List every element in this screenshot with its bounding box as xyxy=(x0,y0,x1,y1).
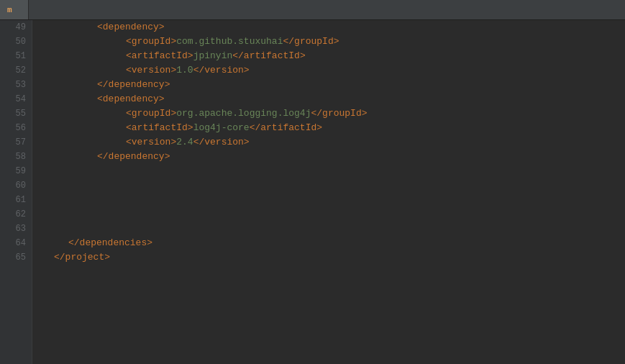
xml-bracket: > xyxy=(334,36,339,47)
code-line: </dependencies> xyxy=(40,236,625,250)
xml-bracket: > xyxy=(188,50,193,61)
line-number: 57 xyxy=(0,135,26,150)
line-gutter: 4950515253▾54▾55565758▾596061626364▾65 xyxy=(0,20,32,364)
xml-bracket: < xyxy=(97,22,103,32)
xml-value: org.apache.logging.log4j xyxy=(176,108,311,119)
xml-bracket: </ xyxy=(68,237,80,248)
xml-tag: artifactId xyxy=(132,122,188,133)
code-line xyxy=(40,164,625,178)
xml-bracket: < xyxy=(126,65,132,76)
xml-tag: artifactId xyxy=(260,122,316,133)
xml-tag: project xyxy=(65,252,105,263)
xml-bracket: > xyxy=(188,122,193,133)
code-line: <version>2.4</version> xyxy=(40,135,625,150)
xml-value: com.github.stuxuhai xyxy=(176,36,283,47)
xml-bracket: </ xyxy=(54,252,65,263)
xml-value: 1.0 xyxy=(176,65,193,76)
line-number: 52 xyxy=(0,63,26,78)
line-number: 63 xyxy=(0,222,26,236)
code-line: <artifactId>log4j-core</artifactId> xyxy=(40,121,625,135)
xml-tag: dependency xyxy=(109,79,165,90)
xml-bracket: > xyxy=(147,237,152,248)
line-number: 55 xyxy=(0,106,26,121)
xml-tag: groupId xyxy=(322,108,362,119)
line-number: 51 xyxy=(0,49,26,63)
xml-tag: groupId xyxy=(294,36,334,47)
xml-bracket: </ xyxy=(97,79,109,90)
code-area[interactable]: <dependency><groupId>com.github.stuxuhai… xyxy=(32,20,625,364)
xml-bracket: < xyxy=(97,94,103,104)
line-number: 60 xyxy=(0,178,26,193)
code-line: <dependency> xyxy=(40,92,625,106)
line-number: 53▾ xyxy=(0,78,26,92)
code-line: <groupId>org.apache.logging.log4j</group… xyxy=(40,106,625,121)
xml-bracket: < xyxy=(126,137,132,147)
xml-bracket: > xyxy=(159,94,165,104)
xml-tag: version xyxy=(204,137,244,147)
code-line xyxy=(40,178,625,193)
xml-bracket: > xyxy=(316,122,322,133)
xml-tag: dependency xyxy=(103,94,159,104)
code-line: </dependency> xyxy=(40,78,625,92)
xml-value: jpinyin xyxy=(193,50,233,61)
line-number: 59 xyxy=(0,164,26,178)
line-number: 65 xyxy=(0,250,26,265)
editor-container: 4950515253▾54▾55565758▾596061626364▾65 <… xyxy=(0,20,625,364)
xml-bracket: </ xyxy=(232,50,244,61)
xml-bracket: </ xyxy=(193,65,205,76)
xml-bracket: > xyxy=(300,50,306,61)
code-line: <dependency> xyxy=(40,20,625,35)
xml-bracket: </ xyxy=(283,36,294,47)
xml-tag: version xyxy=(132,65,171,76)
code-line xyxy=(40,193,625,207)
code-line: <groupId>com.github.stuxuhai</groupId> xyxy=(40,35,625,49)
xml-bracket: > xyxy=(244,137,250,147)
xml-tag: groupId xyxy=(132,108,171,119)
line-number: 56 xyxy=(0,121,26,135)
tab-icon: m xyxy=(7,6,12,14)
xml-bracket: </ xyxy=(97,151,109,162)
tab-algorithms[interactable]: m xyxy=(0,0,29,19)
xml-bracket: </ xyxy=(193,137,205,147)
xml-bracket: </ xyxy=(250,122,261,133)
xml-value: log4j-core xyxy=(193,122,250,133)
xml-bracket: < xyxy=(126,108,132,119)
code-line: </dependency> xyxy=(40,150,625,164)
xml-tag: dependencies xyxy=(80,237,147,248)
line-number: 50 xyxy=(0,35,26,49)
xml-bracket: > xyxy=(159,22,165,32)
xml-bracket: < xyxy=(126,122,132,133)
xml-bracket: </ xyxy=(311,108,322,119)
xml-tag: artifactId xyxy=(244,50,300,61)
code-line xyxy=(40,207,625,222)
line-number: 58▾ xyxy=(0,150,26,164)
line-number: 49 xyxy=(0,20,26,35)
xml-bracket: < xyxy=(126,36,132,47)
xml-bracket: < xyxy=(126,50,132,61)
xml-tag: version xyxy=(204,65,244,76)
tab-bar: m xyxy=(0,0,625,20)
xml-bracket: > xyxy=(362,108,368,119)
xml-tag: groupId xyxy=(132,36,171,47)
xml-bracket: > xyxy=(244,65,250,76)
xml-tag: dependency xyxy=(109,151,165,162)
code-line: <artifactId>jpinyin</artifactId> xyxy=(40,49,625,63)
line-number: 61 xyxy=(0,193,26,207)
line-number: 62 xyxy=(0,207,26,222)
line-number: 64▾ xyxy=(0,236,26,250)
xml-bracket: > xyxy=(165,151,170,162)
line-number: 54▾ xyxy=(0,92,26,106)
xml-tag: version xyxy=(132,137,171,147)
xml-bracket: > xyxy=(104,252,110,263)
code-line: </project> xyxy=(40,250,625,265)
xml-value: 2.4 xyxy=(176,137,193,147)
xml-tag: artifactId xyxy=(132,50,188,61)
code-line: <version>1.0</version> xyxy=(40,63,625,78)
xml-tag: dependency xyxy=(103,22,159,32)
xml-bracket: > xyxy=(165,79,170,90)
code-line xyxy=(40,222,625,236)
